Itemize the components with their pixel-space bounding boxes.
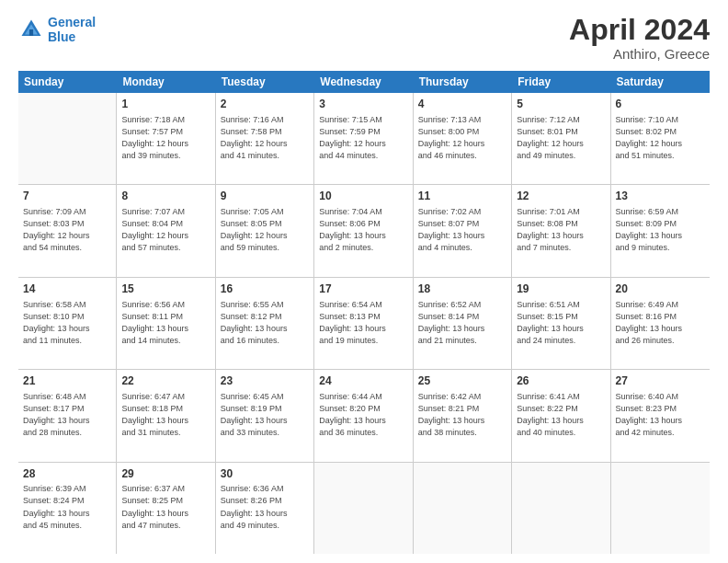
calendar-header: Sunday Monday Tuesday Wednesday Thursday… (18, 71, 710, 93)
day-info: Sunrise: 6:54 AM Sunset: 8:13 PM Dayligh… (319, 299, 407, 347)
calendar-cell: 17Sunrise: 6:54 AM Sunset: 8:13 PM Dayli… (314, 278, 413, 369)
calendar: Sunday Monday Tuesday Wednesday Thursday… (18, 71, 710, 554)
day-number: 23 (221, 373, 309, 389)
day-info: Sunrise: 6:44 AM Sunset: 8:20 PM Dayligh… (319, 391, 407, 439)
calendar-cell (611, 463, 710, 554)
day-number: 11 (418, 189, 506, 204)
calendar-body: 1Sunrise: 7:18 AM Sunset: 7:57 PM Daylig… (18, 93, 710, 554)
day-info: Sunrise: 7:07 AM Sunset: 8:04 PM Dayligh… (121, 206, 210, 254)
main-title: April 2024 (569, 15, 710, 44)
day-number: 16 (221, 282, 309, 297)
day-info: Sunrise: 6:49 AM Sunset: 8:16 PM Dayligh… (616, 299, 705, 347)
calendar-cell: 1Sunrise: 7:18 AM Sunset: 7:57 PM Daylig… (117, 93, 215, 184)
day-info: Sunrise: 7:12 AM Sunset: 8:01 PM Dayligh… (517, 114, 605, 162)
calendar-cell: 6Sunrise: 7:10 AM Sunset: 8:02 PM Daylig… (611, 93, 710, 184)
calendar-cell: 19Sunrise: 6:51 AM Sunset: 8:15 PM Dayli… (512, 278, 610, 369)
day-info: Sunrise: 7:16 AM Sunset: 7:58 PM Dayligh… (221, 114, 309, 162)
calendar-cell: 25Sunrise: 6:42 AM Sunset: 8:21 PM Dayli… (414, 370, 512, 461)
day-info: Sunrise: 6:47 AM Sunset: 8:18 PM Dayligh… (121, 391, 210, 439)
logo: General Blue (18, 15, 96, 44)
day-number: 6 (616, 97, 705, 112)
day-number: 25 (418, 373, 506, 389)
col-saturday: Saturday (611, 71, 710, 93)
day-number: 19 (517, 282, 605, 297)
day-info: Sunrise: 6:59 AM Sunset: 8:09 PM Dayligh… (616, 206, 705, 254)
calendar-cell: 23Sunrise: 6:45 AM Sunset: 8:19 PM Dayli… (216, 370, 314, 461)
calendar-cell: 20Sunrise: 6:49 AM Sunset: 8:16 PM Dayli… (611, 278, 710, 369)
day-info: Sunrise: 6:56 AM Sunset: 8:11 PM Dayligh… (121, 299, 210, 347)
calendar-cell: 4Sunrise: 7:13 AM Sunset: 8:00 PM Daylig… (414, 93, 512, 184)
title-block: April 2024 Anthiro, Greece (569, 15, 710, 62)
calendar-row-1: 1Sunrise: 7:18 AM Sunset: 7:57 PM Daylig… (18, 93, 710, 185)
calendar-cell (314, 463, 413, 554)
calendar-cell: 8Sunrise: 7:07 AM Sunset: 8:04 PM Daylig… (117, 185, 215, 276)
col-wednesday: Wednesday (314, 71, 413, 93)
calendar-cell: 5Sunrise: 7:12 AM Sunset: 8:01 PM Daylig… (512, 93, 610, 184)
day-info: Sunrise: 6:37 AM Sunset: 8:25 PM Dayligh… (121, 483, 210, 531)
calendar-cell: 29Sunrise: 6:37 AM Sunset: 8:25 PM Dayli… (117, 463, 215, 554)
logo-icon (18, 17, 44, 42)
day-info: Sunrise: 7:02 AM Sunset: 8:07 PM Dayligh… (418, 206, 506, 254)
day-info: Sunrise: 7:15 AM Sunset: 7:59 PM Dayligh… (319, 114, 407, 162)
header: General Blue April 2024 Anthiro, Greece (18, 15, 710, 62)
calendar-cell: 12Sunrise: 7:01 AM Sunset: 8:08 PM Dayli… (512, 185, 610, 276)
day-info: Sunrise: 6:48 AM Sunset: 8:17 PM Dayligh… (23, 391, 111, 439)
day-number: 2 (221, 97, 309, 112)
day-info: Sunrise: 6:58 AM Sunset: 8:10 PM Dayligh… (23, 299, 111, 347)
calendar-row-4: 21Sunrise: 6:48 AM Sunset: 8:17 PM Dayli… (18, 370, 710, 462)
col-monday: Monday (117, 71, 215, 93)
day-info: Sunrise: 6:55 AM Sunset: 8:12 PM Dayligh… (221, 299, 309, 347)
day-info: Sunrise: 6:51 AM Sunset: 8:15 PM Dayligh… (517, 299, 605, 347)
day-number: 10 (319, 189, 407, 204)
day-number: 26 (517, 373, 605, 389)
calendar-cell: 11Sunrise: 7:02 AM Sunset: 8:07 PM Dayli… (414, 185, 512, 276)
calendar-cell: 22Sunrise: 6:47 AM Sunset: 8:18 PM Dayli… (117, 370, 215, 461)
calendar-cell (512, 463, 610, 554)
day-info: Sunrise: 7:04 AM Sunset: 8:06 PM Dayligh… (319, 206, 407, 254)
day-number: 22 (121, 373, 210, 389)
col-tuesday: Tuesday (216, 71, 314, 93)
calendar-cell: 13Sunrise: 6:59 AM Sunset: 8:09 PM Dayli… (611, 185, 710, 276)
day-number: 15 (121, 282, 210, 297)
calendar-cell: 21Sunrise: 6:48 AM Sunset: 8:17 PM Dayli… (18, 370, 117, 461)
day-number: 4 (418, 97, 506, 112)
calendar-row-5: 28Sunrise: 6:39 AM Sunset: 8:24 PM Dayli… (18, 463, 710, 554)
calendar-cell: 10Sunrise: 7:04 AM Sunset: 8:06 PM Dayli… (314, 185, 413, 276)
svg-rect-2 (29, 29, 33, 36)
calendar-cell: 18Sunrise: 6:52 AM Sunset: 8:14 PM Dayli… (414, 278, 512, 369)
day-number: 7 (23, 189, 111, 204)
calendar-cell: 28Sunrise: 6:39 AM Sunset: 8:24 PM Dayli… (18, 463, 117, 554)
subtitle: Anthiro, Greece (569, 46, 710, 62)
day-number: 20 (616, 282, 705, 297)
day-info: Sunrise: 7:18 AM Sunset: 7:57 PM Dayligh… (121, 114, 210, 162)
day-info: Sunrise: 6:52 AM Sunset: 8:14 PM Dayligh… (418, 299, 506, 347)
calendar-cell: 2Sunrise: 7:16 AM Sunset: 7:58 PM Daylig… (216, 93, 314, 184)
calendar-row-3: 14Sunrise: 6:58 AM Sunset: 8:10 PM Dayli… (18, 278, 710, 370)
calendar-cell: 27Sunrise: 6:40 AM Sunset: 8:23 PM Dayli… (611, 370, 710, 461)
page: General Blue April 2024 Anthiro, Greece … (0, 0, 728, 563)
col-sunday: Sunday (18, 71, 117, 93)
day-info: Sunrise: 7:09 AM Sunset: 8:03 PM Dayligh… (23, 206, 111, 254)
day-number: 18 (418, 282, 506, 297)
day-number: 30 (221, 466, 309, 482)
day-number: 14 (23, 282, 111, 297)
calendar-cell: 16Sunrise: 6:55 AM Sunset: 8:12 PM Dayli… (216, 278, 314, 369)
day-info: Sunrise: 6:42 AM Sunset: 8:21 PM Dayligh… (418, 391, 506, 439)
day-number: 17 (319, 282, 407, 297)
day-number: 21 (23, 373, 111, 389)
calendar-cell: 26Sunrise: 6:41 AM Sunset: 8:22 PM Dayli… (512, 370, 610, 461)
day-number: 8 (121, 189, 210, 204)
calendar-cell: 14Sunrise: 6:58 AM Sunset: 8:10 PM Dayli… (18, 278, 117, 369)
day-number: 12 (517, 189, 605, 204)
calendar-cell: 9Sunrise: 7:05 AM Sunset: 8:05 PM Daylig… (216, 185, 314, 276)
calendar-row-2: 7Sunrise: 7:09 AM Sunset: 8:03 PM Daylig… (18, 185, 710, 277)
day-number: 1 (121, 97, 210, 112)
calendar-cell: 7Sunrise: 7:09 AM Sunset: 8:03 PM Daylig… (18, 185, 117, 276)
day-info: Sunrise: 6:40 AM Sunset: 8:23 PM Dayligh… (616, 391, 705, 439)
day-info: Sunrise: 6:39 AM Sunset: 8:24 PM Dayligh… (23, 483, 111, 531)
calendar-cell: 3Sunrise: 7:15 AM Sunset: 7:59 PM Daylig… (314, 93, 413, 184)
day-info: Sunrise: 6:36 AM Sunset: 8:26 PM Dayligh… (221, 483, 309, 531)
day-number: 9 (221, 189, 309, 204)
day-info: Sunrise: 7:05 AM Sunset: 8:05 PM Dayligh… (221, 206, 309, 254)
day-number: 24 (319, 373, 407, 389)
